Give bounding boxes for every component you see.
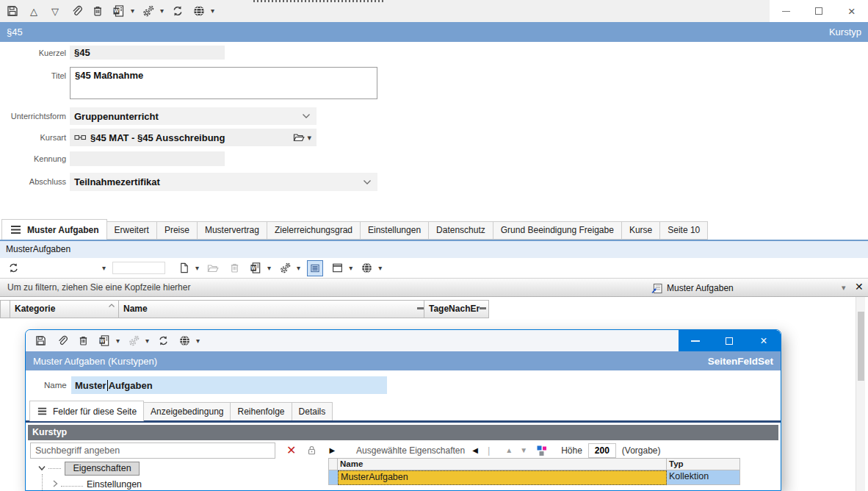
tab-muster-aufgaben[interactable]: Muster Aufgaben (1, 219, 107, 240)
word-export-icon[interactable]: W (248, 260, 263, 276)
table-row-selected[interactable]: MusterAufgaben Kollektion (328, 470, 740, 485)
delete-icon[interactable] (90, 3, 105, 19)
settings-icon[interactable] (278, 260, 292, 276)
settings-icon[interactable] (126, 333, 141, 349)
hamburger-icon[interactable] (10, 224, 22, 235)
name-input[interactable]: MusterAufgaben (71, 376, 387, 394)
cell-typ[interactable]: Kollektion (667, 470, 740, 485)
unterrichtsform-select[interactable]: Gruppenunterricht (70, 107, 317, 125)
search-input[interactable] (30, 442, 275, 459)
filter-caret-icon[interactable]: ▾ (102, 265, 106, 272)
refresh-icon[interactable] (156, 333, 170, 349)
tab-seite-10[interactable]: Seite 10 (659, 221, 708, 240)
kursart-caret-icon[interactable]: ▾ (307, 134, 311, 142)
tab-reihenfolge[interactable]: Reihenfolge (230, 402, 292, 421)
move-up-icon[interactable]: ▲ (505, 446, 513, 454)
kuerzel-field[interactable]: §45 (70, 46, 225, 60)
tab-preise[interactable]: Preise (156, 221, 198, 240)
window-view-icon[interactable] (330, 260, 344, 276)
column-header-typ[interactable]: Typ (667, 458, 740, 470)
word-export-icon[interactable]: W (97, 333, 112, 349)
web-icon[interactable] (359, 260, 374, 276)
kursart-lookup[interactable]: §45 MAT - §45 Ausschreibung ▾ (70, 129, 317, 146)
filter-drop-zone[interactable]: Um zu filtern, ziehen Sie eine Kopfzeile… (0, 278, 868, 297)
clipped-window-title (253, 0, 386, 2)
word-export-icon[interactable]: W (112, 3, 126, 19)
tree-expander-closed-icon[interactable] (51, 479, 59, 488)
dialog-toolbar: W ▾ ▾ ▾ × (26, 330, 781, 351)
color-grid-icon[interactable] (536, 445, 548, 456)
word-export-caret-icon[interactable]: ▾ (267, 265, 271, 272)
settings-caret-icon[interactable]: ▾ (160, 7, 164, 15)
close-button[interactable]: × (835, 0, 868, 22)
word-export-caret-icon[interactable]: ▾ (131, 7, 134, 15)
web-icon[interactable] (177, 333, 192, 349)
record-title: §45 (7, 26, 23, 37)
lock-icon[interactable] (305, 444, 318, 456)
dock-close-icon[interactable]: ✕ (855, 281, 864, 293)
dialog-subtitle: SeitenFeldSet (708, 356, 773, 367)
abschluss-select[interactable]: Teilnahmezertifikat (70, 173, 377, 191)
tab-mustervertrag[interactable]: Mustervertrag (197, 221, 267, 240)
column-resize-handle[interactable] (480, 307, 486, 309)
titel-field[interactable]: §45 Maßnahme (70, 67, 377, 99)
collapse-left-icon[interactable]: ◀ (472, 446, 478, 454)
height-input[interactable] (588, 443, 616, 458)
save-icon[interactable] (33, 333, 48, 349)
save-icon[interactable] (5, 3, 20, 19)
tab-anzeigebedingung[interactable]: Anzeigebedingung (143, 402, 231, 421)
tab-kurse[interactable]: Kurse (621, 221, 660, 240)
vertical-scrollbar[interactable] (856, 297, 865, 491)
refresh-icon[interactable] (170, 3, 185, 19)
minimize-button[interactable] (770, 0, 803, 22)
column-resize-handle[interactable] (417, 307, 424, 309)
column-header-name[interactable]: Name (338, 458, 667, 470)
new-record-caret-icon[interactable]: ▾ (195, 265, 199, 272)
web-caret-icon[interactable]: ▾ (196, 337, 200, 345)
open-folder-icon[interactable] (206, 260, 220, 276)
maximize-button[interactable] (803, 0, 836, 22)
web-caret-icon[interactable]: ▾ (378, 265, 382, 272)
attachment-icon[interactable] (54, 333, 69, 349)
tab-erweitert[interactable]: Erweitert (106, 221, 157, 240)
new-record-icon[interactable] (176, 260, 191, 276)
dialog-minimize-button[interactable] (679, 330, 712, 351)
delete-icon[interactable] (76, 333, 90, 349)
dialog-maximize-button[interactable] (712, 330, 746, 351)
tab-datenschutz[interactable]: Datenschutz (428, 221, 493, 240)
web-icon[interactable] (192, 3, 206, 19)
tab-einstellungen[interactable]: Einstellungen (360, 221, 429, 240)
tab-grund-beendigung-freigabe[interactable]: Grund Beeindigung Freigabe (493, 221, 622, 240)
window-view-caret-icon[interactable]: ▾ (349, 265, 352, 272)
list-view-button-selected[interactable] (307, 260, 323, 276)
web-caret-icon[interactable]: ▾ (211, 7, 214, 15)
quick-search-input[interactable] (112, 262, 165, 274)
move-up-icon[interactable]: △ (26, 3, 41, 19)
kennung-field[interactable] (70, 151, 225, 166)
settings-caret-icon[interactable]: ▾ (145, 337, 149, 345)
word-export-caret-icon[interactable]: ▾ (116, 337, 120, 345)
move-down-icon[interactable]: ▼ (520, 446, 527, 454)
dialog-close-button[interactable]: × (747, 330, 781, 351)
cell-name[interactable]: MusterAufgaben (338, 470, 667, 485)
scrollbar-thumb[interactable] (858, 312, 864, 381)
open-record-icon[interactable] (292, 132, 305, 143)
move-down-icon[interactable]: ▽ (48, 3, 62, 19)
tree-node-einstellungen[interactable]: Einstellungen (87, 479, 142, 490)
tree-expander-open-icon[interactable] (37, 465, 46, 472)
dock-caret-icon[interactable]: ▾ (842, 283, 846, 293)
refresh-icon[interactable] (6, 260, 21, 276)
clear-search-icon[interactable]: ✕ (286, 445, 296, 456)
column-header-kategorie[interactable]: Kategorie (10, 300, 119, 318)
hamburger-icon[interactable] (37, 406, 48, 416)
settings-caret-icon[interactable]: ▾ (297, 265, 300, 272)
settings-icon[interactable] (141, 3, 156, 19)
tab-felder-fuer-diese-seite[interactable]: Felder für diese Seite (29, 401, 144, 421)
delete-icon[interactable] (227, 260, 242, 276)
attachment-icon[interactable] (69, 3, 84, 19)
column-header-name[interactable]: Name (119, 300, 424, 318)
play-icon[interactable]: ▶ (329, 446, 335, 454)
tab-details[interactable]: Details (292, 402, 333, 421)
tab-zielerreichungsgrad[interactable]: Zielerreichungsgrad (267, 221, 361, 240)
tree-node-eigenschaften[interactable]: Eigenschaften (65, 462, 140, 476)
